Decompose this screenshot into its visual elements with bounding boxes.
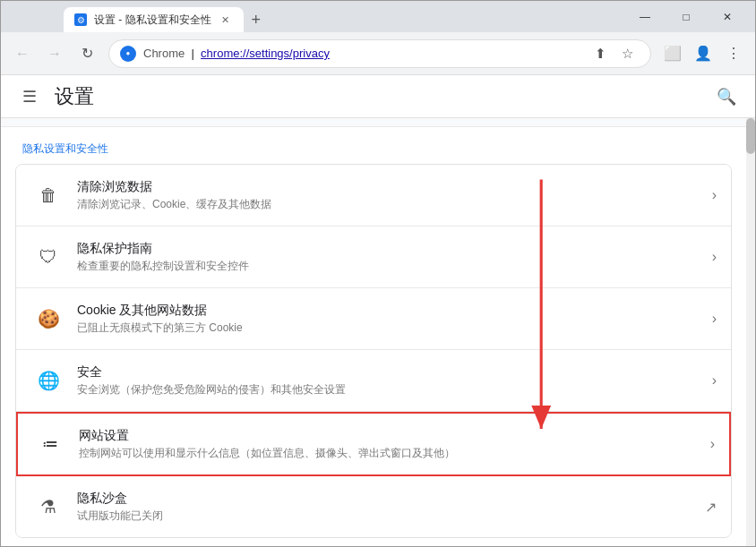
privacy-sandbox-icon: ⚗	[30, 489, 66, 525]
forward-button[interactable]: →	[40, 39, 69, 68]
url-path-part: chrome://settings/privacy	[201, 47, 330, 60]
close-button[interactable]: ✕	[707, 1, 748, 32]
minimize-button[interactable]: —	[624, 1, 666, 32]
menu-button[interactable]: ⋮	[719, 39, 748, 68]
privacy-sandbox-desc: 试用版功能已关闭	[77, 509, 698, 524]
privacy-guide-desc: 检查重要的隐私控制设置和安全控件	[77, 259, 705, 274]
profile-button[interactable]: 👤	[689, 39, 717, 68]
clear-browsing-arrow-icon: ›	[712, 187, 717, 203]
url-text: Chrome | chrome://settings/privacy	[143, 47, 580, 60]
scrollbar[interactable]	[746, 118, 755, 547]
refresh-button[interactable]: ↻	[73, 39, 101, 68]
clear-browsing-desc: 清除浏览记录、Cookie、缓存及其他数据	[77, 197, 705, 212]
clear-browsing-title: 清除浏览数据	[77, 179, 705, 195]
tab-close-button[interactable]: ✕	[219, 13, 233, 27]
site-settings-title: 网站设置	[79, 428, 703, 444]
privacy-sandbox-title: 隐私沙盒	[77, 491, 698, 507]
settings-header: ☰ 设置 🔍	[1, 75, 755, 118]
clear-browsing-icon: 🗑	[30, 177, 66, 213]
security-text: 安全 安全浏览（保护您免受危险网站的侵害）和其他安全设置	[77, 364, 705, 397]
privacy-guide-text: 隐私保护指南 检查重要的隐私控制设置和安全控件	[77, 241, 705, 274]
site-settings-desc: 控制网站可以使用和显示什么信息（如位置信息、摄像头、弹出式窗口及其他）	[79, 446, 703, 461]
url-action-buttons: ⬆ ☆	[588, 41, 640, 66]
url-chrome-part: Chrome	[143, 47, 185, 60]
cookies-item[interactable]: 🍪 Cookie 及其他网站数据 已阻止无痕模式下的第三方 Cookie ›	[16, 288, 731, 350]
cookies-text: Cookie 及其他网站数据 已阻止无痕模式下的第三方 Cookie	[77, 303, 705, 336]
address-bar: ← → ↻ Chrome | chrome://settings/privacy…	[1, 32, 755, 75]
privacy-guide-icon: 🛡	[30, 239, 66, 275]
back-button[interactable]: ←	[8, 39, 37, 68]
privacy-guide-arrow-icon: ›	[712, 249, 717, 265]
tab-title: 设置 - 隐私设置和安全性	[94, 13, 211, 28]
site-icon	[120, 46, 136, 62]
browser-action-buttons: ⬜ 👤 ⋮	[658, 39, 748, 68]
page-title: 设置	[55, 83, 94, 110]
maximize-button[interactable]: □	[666, 1, 707, 32]
security-arrow-icon: ›	[712, 372, 717, 389]
privacy-sandbox-external-icon: ↗	[705, 499, 717, 516]
privacy-sandbox-item[interactable]: ⚗ 隐私沙盒 试用版功能已关闭 ↗	[16, 476, 731, 537]
tab-search-button[interactable]: ⬜	[658, 39, 687, 68]
bookmark-button[interactable]: ☆	[614, 41, 640, 66]
security-desc: 安全浏览（保护您免受危险网站的侵害）和其他安全设置	[77, 382, 705, 397]
hamburger-menu-button[interactable]: ☰	[15, 82, 44, 111]
site-settings-item[interactable]: ≔ 网站设置 控制网站可以使用和显示什么信息（如位置信息、摄像头、弹出式窗口及其…	[16, 412, 731, 476]
cookies-arrow-icon: ›	[712, 311, 717, 327]
cookies-title: Cookie 及其他网站数据	[77, 303, 705, 319]
search-button[interactable]: 🔍	[712, 82, 741, 111]
scrollbar-thumb[interactable]	[746, 118, 755, 154]
clear-browsing-item[interactable]: 🗑 清除浏览数据 清除浏览记录、Cookie、缓存及其他数据 ›	[16, 165, 731, 226]
section-label: 隐私设置和安全性	[1, 131, 746, 164]
share-button[interactable]: ⬆	[588, 41, 613, 66]
settings-cards-container: 🗑 清除浏览数据 清除浏览记录、Cookie、缓存及其他数据 › 🛡 隐私保护指…	[1, 164, 746, 538]
url-bar[interactable]: Chrome | chrome://settings/privacy ⬆ ☆	[108, 39, 651, 68]
cookies-desc: 已阻止无痕模式下的第三方 Cookie	[77, 321, 705, 336]
settings-list: 🗑 清除浏览数据 清除浏览记录、Cookie、缓存及其他数据 › 🛡 隐私保护指…	[15, 164, 732, 538]
cookies-icon: 🍪	[30, 301, 66, 337]
settings-content: 隐私设置和安全性 🗑 清除浏览数据 清除浏览记录、Cookie、缓存及其他数据 …	[1, 118, 746, 547]
new-tab-button[interactable]: +	[244, 7, 269, 32]
settings-body: 隐私设置和安全性 🗑 清除浏览数据 清除浏览记录、Cookie、缓存及其他数据 …	[1, 118, 755, 547]
site-settings-icon: ≔	[32, 426, 68, 462]
settings-page: ☰ 设置 🔍 隐私设置和安全性 🗑 清除浏览数据 清除浏览记录、Cookie、缓…	[1, 75, 755, 547]
privacy-guide-title: 隐私保护指南	[77, 241, 705, 257]
security-icon: 🌐	[30, 363, 66, 398]
privacy-sandbox-text: 隐私沙盒 试用版功能已关闭	[77, 491, 698, 524]
security-title: 安全	[77, 364, 705, 380]
window-controls: — □ ✕	[617, 1, 755, 32]
privacy-guide-item[interactable]: 🛡 隐私保护指南 检查重要的隐私控制设置和安全控件 ›	[16, 226, 731, 288]
tab-favicon	[74, 13, 87, 26]
title-bar: 设置 - 隐私设置和安全性 ✕ + — □ ✕	[1, 1, 755, 32]
site-settings-arrow-icon: ›	[710, 436, 715, 452]
active-tab[interactable]: 设置 - 隐私设置和安全性 ✕	[64, 7, 244, 32]
clear-browsing-text: 清除浏览数据 清除浏览记录、Cookie、缓存及其他数据	[77, 179, 705, 212]
site-settings-text: 网站设置 控制网站可以使用和显示什么信息（如位置信息、摄像头、弹出式窗口及其他）	[79, 428, 703, 461]
security-item[interactable]: 🌐 安全 安全浏览（保护您免受危险网站的侵害）和其他安全设置 ›	[16, 350, 731, 412]
tab-area: 设置 - 隐私设置和安全性 ✕ +	[1, 7, 617, 32]
